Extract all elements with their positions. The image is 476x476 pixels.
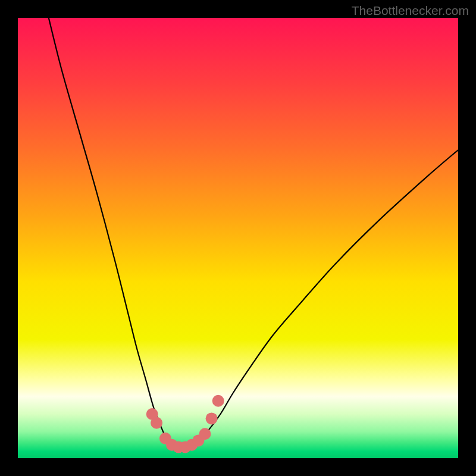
bottleneck-chart	[18, 18, 458, 458]
optimal-marker	[151, 417, 162, 429]
watermark-text: TheBottlenecker.com	[352, 4, 469, 18]
optimal-marker	[199, 428, 211, 440]
gradient-background	[18, 18, 458, 458]
optimal-marker	[212, 395, 224, 407]
chart-container: TheBottlenecker.com	[0, 0, 476, 476]
optimal-marker	[206, 412, 218, 424]
plot-area	[18, 18, 458, 458]
